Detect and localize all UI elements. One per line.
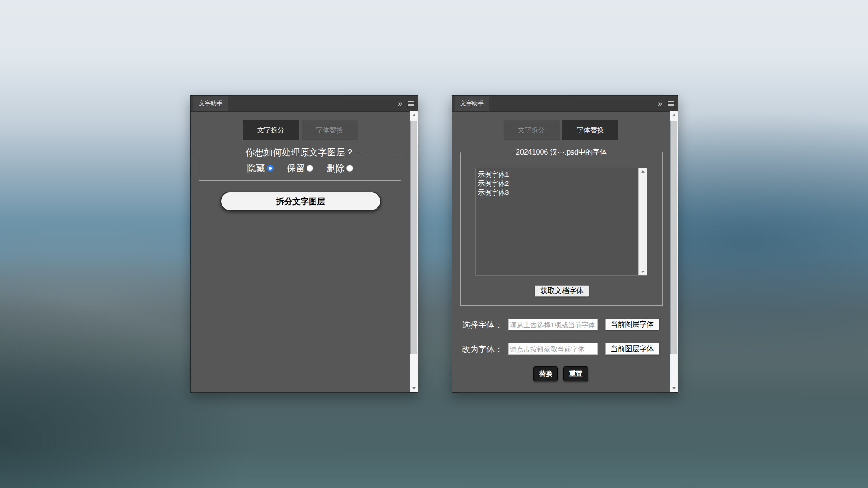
desktop-wallpaper (0, 0, 868, 488)
group-legend: 20241006 汉⋯.psd中的字体 (512, 148, 611, 157)
panel-header-controls: » (398, 96, 414, 111)
reset-button[interactable]: 重置 (563, 366, 588, 381)
collapse-panel-icon[interactable]: » (658, 99, 662, 108)
font-listbox[interactable]: 示例字体1 示例字体2 示例字体3 (475, 168, 647, 276)
radio-option-delete[interactable]: 删除 (327, 162, 353, 174)
panel-scrollbar[interactable] (670, 111, 678, 392)
radio-label: 保留 (287, 162, 305, 174)
document-fonts-group: 20241006 汉⋯.psd中的字体 示例字体1 示例字体2 示例字体3 获取… (460, 152, 663, 306)
replace-button[interactable]: 替换 (533, 366, 558, 381)
tab-font-replace[interactable]: 字体替换 (302, 120, 358, 140)
panel-title: 文字助手 (199, 99, 222, 108)
change-font-input[interactable] (508, 343, 598, 355)
change-font-label: 改为字体： (462, 344, 503, 355)
header-divider (665, 101, 665, 107)
radio-checked-icon[interactable] (267, 165, 274, 172)
original-layer-options-group: 你想如何处理原文字图层？ 隐藏 保留 删除 (199, 152, 401, 181)
panel-menu-icon[interactable] (668, 101, 674, 106)
scroll-down-icon[interactable] (639, 268, 647, 275)
header-divider (405, 101, 405, 107)
group-legend: 你想如何处理原文字图层？ (242, 146, 359, 159)
radio-label: 隐藏 (247, 162, 265, 174)
mode-tabs: 文字拆分 字体替换 (191, 120, 410, 140)
scroll-up-icon[interactable] (639, 168, 647, 175)
scroll-down-icon[interactable] (670, 385, 678, 392)
panel-content: 文字拆分 字体替换 20241006 汉⋯.psd中的字体 示例字体1 示例字体… (452, 111, 670, 392)
radio-label: 删除 (327, 162, 345, 174)
tab-text-split[interactable]: 文字拆分 (243, 120, 299, 140)
scroll-up-icon[interactable] (670, 111, 678, 119)
panel-header: 文字助手 » (452, 96, 678, 112)
scrollbar-thumb[interactable] (410, 121, 417, 354)
radio-unchecked-icon[interactable] (307, 165, 313, 172)
collapse-panel-icon[interactable]: » (398, 99, 402, 108)
panel-content: 文字拆分 字体替换 你想如何处理原文字图层？ 隐藏 保留 删除 (191, 111, 410, 392)
text-assistant-panel-split: 文字助手 » 文字拆分 字体替换 你想如何处理原文字图层？ 隐藏 (190, 95, 418, 393)
scroll-down-icon[interactable] (410, 385, 418, 392)
panel-menu-icon[interactable] (408, 101, 414, 106)
split-text-layer-button[interactable]: 拆分文字图层 (220, 192, 381, 211)
select-font-input[interactable] (508, 319, 598, 330)
radio-option-keep[interactable]: 保留 (287, 162, 313, 174)
listbox-scrollbar[interactable] (638, 168, 647, 275)
mode-tabs: 文字拆分 字体替换 (452, 120, 670, 140)
scroll-up-icon[interactable] (410, 111, 418, 119)
panel-title-tab[interactable]: 文字助手 (455, 96, 489, 111)
panel-title-tab[interactable]: 文字助手 (193, 96, 228, 111)
current-layer-font-button-2[interactable]: 当前图层字体 (605, 343, 659, 355)
panel-header: 文字助手 » (191, 96, 418, 112)
scrollbar-thumb[interactable] (670, 121, 677, 354)
current-layer-font-button-1[interactable]: 当前图层字体 (605, 319, 659, 330)
panel-title: 文字助手 (460, 99, 484, 108)
panel-header-controls: » (658, 96, 674, 111)
radio-option-hide[interactable]: 隐藏 (247, 162, 274, 174)
radio-row: 隐藏 保留 删除 (199, 162, 401, 174)
select-font-label: 选择字体： (462, 319, 503, 330)
tab-font-replace[interactable]: 字体替换 (562, 120, 618, 140)
desktop: 文字助手 » 文字拆分 字体替换 你想如何处理原文字图层？ 隐藏 (0, 0, 868, 488)
list-item[interactable]: 示例字体2 (476, 179, 647, 188)
text-assistant-panel-replace: 文字助手 » 文字拆分 字体替换 20241006 汉⋯.psd中的字体 示例字… (452, 95, 678, 393)
list-item[interactable]: 示例字体3 (476, 188, 647, 197)
panel-scrollbar[interactable] (410, 111, 418, 392)
list-item[interactable]: 示例字体1 (476, 170, 647, 179)
radio-unchecked-icon[interactable] (346, 165, 353, 172)
get-document-fonts-button[interactable]: 获取文档字体 (535, 285, 589, 297)
tab-text-split[interactable]: 文字拆分 (504, 120, 560, 140)
